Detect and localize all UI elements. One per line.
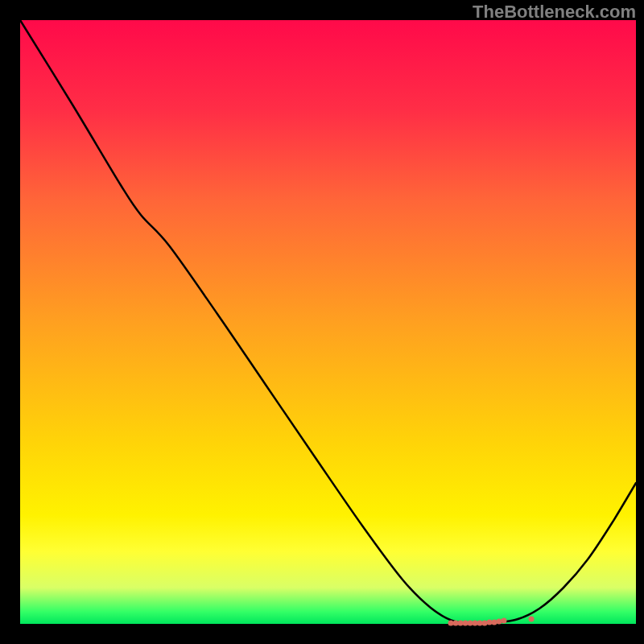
marker-dot <box>487 620 493 625</box>
marker-dot <box>497 619 502 625</box>
marker-dot <box>482 621 488 626</box>
marker-dot <box>448 621 454 626</box>
watermark-label: TheBottleneck.com <box>473 2 636 23</box>
marker-dot <box>502 618 507 624</box>
marker-dot <box>463 621 469 626</box>
marker-dot <box>473 621 478 626</box>
marker-dot <box>492 620 497 625</box>
plot-background <box>20 20 636 624</box>
marker-dot <box>529 617 535 622</box>
marker-dot <box>458 621 464 626</box>
marker-dot <box>477 621 483 626</box>
marker-dot <box>453 621 459 626</box>
chart-container: TheBottleneck.com <box>0 0 644 644</box>
marker-dot <box>468 621 473 626</box>
bottleneck-chart <box>0 0 644 644</box>
